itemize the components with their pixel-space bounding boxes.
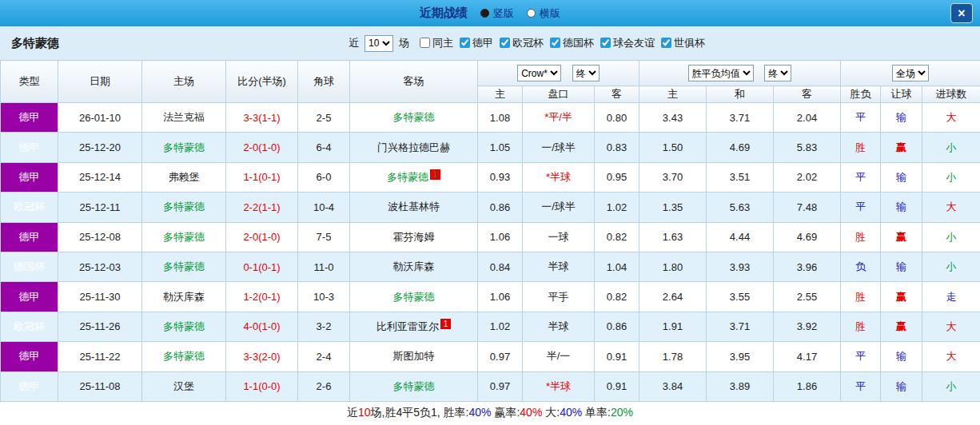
avg-home-cell: 2.64 bbox=[639, 282, 707, 312]
filter-checkbox[interactable] bbox=[600, 38, 611, 48]
filter-checkbox[interactable] bbox=[550, 38, 560, 48]
avg-away-cell: 3.96 bbox=[774, 252, 841, 281]
handicap-cell: 一/球半 bbox=[523, 193, 595, 222]
avg-odds-header: 胜平负均值 终 bbox=[639, 61, 841, 86]
corner-cell: 2-5 bbox=[298, 103, 350, 133]
summary-big-rate: 40% bbox=[560, 406, 582, 419]
vertical-label: 竖版 bbox=[493, 6, 514, 21]
away-odds-cell: 1.04 bbox=[595, 252, 639, 281]
filter-option[interactable]: 欧冠杯 bbox=[500, 36, 544, 50]
away-odds-cell: 0.91 bbox=[595, 371, 639, 401]
avg-select[interactable]: 胜平负均值 bbox=[688, 65, 754, 81]
summary-win-rate: 40% bbox=[469, 406, 492, 419]
filter-checkbox[interactable] bbox=[460, 38, 470, 48]
avg-away-cell: 5.83 bbox=[774, 133, 841, 162]
summary-cover-rate: 40% bbox=[520, 406, 542, 419]
bookmaker-select[interactable]: Crow* bbox=[517, 65, 561, 81]
handicap-cell: 半球 bbox=[523, 252, 595, 281]
handicap-result-cell: 赢 bbox=[881, 282, 922, 312]
avg-home-cell: 1.91 bbox=[639, 312, 707, 341]
home-team-cell: 汉堡 bbox=[142, 371, 226, 401]
away-odds-cell: 0.82 bbox=[595, 282, 639, 312]
close-button[interactable]: × bbox=[950, 3, 973, 23]
filter-checkbox[interactable] bbox=[661, 38, 671, 48]
layout-radio-vertical[interactable]: 竖版 bbox=[480, 6, 514, 21]
corner-cell: 2-6 bbox=[298, 371, 350, 401]
near-label: 近 bbox=[349, 36, 359, 50]
corner-cell: 10-3 bbox=[298, 282, 350, 312]
goals-cell: 大 bbox=[922, 312, 980, 341]
sub-header-home-odds: 主 bbox=[478, 86, 523, 103]
corner-cell: 3-2 bbox=[298, 312, 350, 341]
red-card-badge: 1 bbox=[440, 319, 451, 329]
avg-draw-cell: 3.71 bbox=[707, 103, 774, 133]
table-row: 德甲25-11-08汉堡1-1(0-0)2-6多特蒙德0.97*半球0.913.… bbox=[1, 371, 980, 401]
filter-option[interactable]: 德国杯 bbox=[550, 36, 594, 50]
filter-checkbox[interactable] bbox=[420, 38, 430, 48]
bookmaker-state-select[interactable]: 终 bbox=[572, 65, 600, 81]
summary-part: 近 bbox=[347, 406, 358, 419]
sub-header-avg-home: 主 bbox=[639, 86, 707, 103]
filter-label: 德甲 bbox=[472, 36, 493, 50]
filter-label: 德国杯 bbox=[563, 36, 594, 50]
layout-radio-horizontal[interactable]: 横版 bbox=[527, 6, 560, 21]
handicap-result-cell: 赢 bbox=[881, 312, 922, 341]
avg-draw-cell: 4.44 bbox=[707, 222, 774, 252]
score-cell: 3-3(1-1) bbox=[226, 103, 298, 133]
avg-away-cell: 3.92 bbox=[774, 312, 841, 341]
table-row: 德甲25-12-20多特蒙德2-0(1-0)6-4门兴格拉德巴赫1.05一/球半… bbox=[1, 133, 980, 162]
home-odds-cell: 1.02 bbox=[478, 312, 523, 341]
league-cell: 德甲 bbox=[1, 371, 58, 401]
summary-part: 场,胜4平5负1, 胜率: bbox=[371, 406, 469, 419]
home-team-cell: 多特蒙德 bbox=[142, 222, 226, 252]
handicap-cell: 半球 bbox=[523, 312, 595, 341]
avg-away-cell: 4.17 bbox=[774, 342, 841, 371]
goals-cell: 走 bbox=[922, 282, 980, 312]
home-team-cell: 法兰克福 bbox=[142, 103, 226, 133]
away-odds-cell: 0.95 bbox=[595, 162, 639, 192]
away-odds-cell: 0.91 bbox=[595, 342, 639, 371]
recent-results-window: 近期战绩 竖版 横版 × 多特蒙德 近 10 场 同主德甲欧冠杯德国杯球会友谊世… bbox=[0, 0, 980, 425]
corner-cell: 6-0 bbox=[298, 162, 350, 192]
col-header-home: 主场 bbox=[142, 61, 226, 103]
avg-away-cell: 1.86 bbox=[774, 371, 841, 401]
result-cell: 平 bbox=[841, 342, 881, 371]
filter-option[interactable]: 球会友谊 bbox=[600, 36, 655, 50]
sub-header-handicap: 盘口 bbox=[523, 86, 595, 103]
handicap-result-cell: 输 bbox=[881, 162, 922, 192]
goals-cell: 小 bbox=[922, 162, 980, 192]
filter-option[interactable]: 德甲 bbox=[460, 36, 493, 50]
result-cell: 平 bbox=[841, 162, 881, 192]
away-odds-cell: 0.80 bbox=[595, 103, 639, 133]
filter-option[interactable]: 同主 bbox=[420, 36, 453, 50]
handicap-result-cell: 输 bbox=[881, 371, 922, 401]
score-cell: 1-1(0-1) bbox=[226, 162, 298, 192]
home-team-cell: 弗赖堡 bbox=[142, 162, 226, 192]
avg-state-select[interactable]: 终 bbox=[764, 65, 791, 81]
table-row: 德甲26-01-10法兰克福3-3(1-1)2-5多特蒙德1.08*平/半0.8… bbox=[1, 103, 980, 133]
avg-draw-cell: 5.63 bbox=[707, 193, 774, 222]
col-header-corner: 角球 bbox=[298, 61, 350, 103]
avg-home-cell: 3.84 bbox=[639, 371, 707, 401]
goals-cell: 小 bbox=[922, 371, 980, 401]
result-cell: 负 bbox=[841, 252, 881, 281]
filter-checkbox[interactable] bbox=[500, 38, 510, 48]
away-odds-cell: 0.86 bbox=[595, 312, 639, 341]
filter-label: 同主 bbox=[432, 36, 453, 50]
avg-away-cell: 2.55 bbox=[774, 282, 841, 312]
filter-option[interactable]: 世俱杯 bbox=[661, 36, 705, 50]
scope-select[interactable]: 全场 bbox=[892, 65, 929, 81]
corner-cell: 10-4 bbox=[298, 193, 350, 222]
handicap-result-cell: 输 bbox=[881, 252, 922, 281]
match-count-select[interactable]: 10 bbox=[365, 35, 393, 52]
scope-header: 全场 bbox=[841, 61, 980, 86]
goals-cell: 大 bbox=[922, 342, 980, 371]
away-team-cell: 比利亚雷亚尔1 bbox=[350, 312, 478, 341]
date-cell: 25-12-20 bbox=[58, 133, 142, 162]
handicap-cell: 一/球半 bbox=[523, 133, 595, 162]
date-cell: 25-12-11 bbox=[58, 193, 142, 222]
goals-cell: 大 bbox=[922, 103, 980, 133]
summary-text: 近10场,胜4平5负1, 胜率:40% 赢率:40% 大:40% 单率:20% bbox=[347, 406, 633, 420]
avg-home-cell: 1.78 bbox=[639, 342, 707, 371]
away-team-cell: 多特蒙德 bbox=[350, 371, 478, 401]
